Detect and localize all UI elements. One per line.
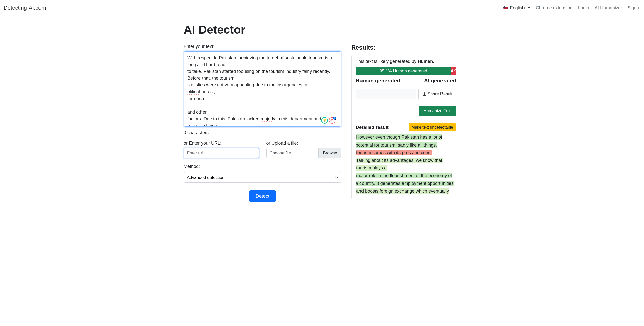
browse-button[interactable]: Browse [318,148,341,158]
text-input-label: Enter your text: [184,44,341,49]
plus-icon: + [333,117,336,120]
error-count-badge[interactable]: 61 + [329,117,335,124]
human-bar: 95.1% Human generated [356,67,451,75]
grammar-badge-group: 💡 61 + [321,117,335,124]
segment-human: Talking about its advantages, we know th… [356,158,443,163]
text-input[interactable]: With respect to Pakistan, achieving the … [184,51,341,127]
results-heading: Results: [351,44,460,51]
text-line: terrorism, [187,96,207,101]
text-line: statistics were not very appealing due t… [187,82,307,87]
humanize-text-button[interactable]: Humanize Text [419,106,456,116]
verdict-value: Human. [418,59,434,64]
file-upload-label: or Upload a file: [266,141,342,146]
url-label: or Enter your URL: [184,141,259,146]
nav-login[interactable]: Login [578,5,589,11]
character-count: 0 characters [184,130,341,135]
text-line: unrest, [200,89,215,94]
lightbulb-icon[interactable]: 💡 [321,117,328,124]
score-progress-bar: 95.1% Human generated 4.9 [356,67,456,75]
segment-human: and boosts foreign exchange which eventu… [356,188,449,194]
human-label: Human generated [356,78,400,84]
detect-button[interactable]: Detect [249,190,276,202]
share-icon [422,92,426,96]
file-input-group[interactable]: Choose file Browse [266,148,342,158]
human-bar-text: 95.1% Human generated [380,69,427,74]
detailed-result-body[interactable]: However even though Pakistan has a lot o… [356,133,456,195]
flag-icon [503,6,508,10]
text-line: factors. Due to this, Pakistan lacked [187,116,261,121]
text-line: to take. Pakistan started focusing on th… [187,69,330,81]
chevron-down-icon [528,7,530,9]
language-selector[interactable]: English [503,5,530,11]
language-label: English [510,5,525,11]
method-select[interactable]: Advanced detection [184,172,341,183]
segment-human: However even though Pakistan has a lot o… [356,134,442,148]
ai-bar-text: 4.9 [451,69,456,74]
share-button-label: Share Result [428,91,452,97]
segment-human: tourism plays a [356,165,387,171]
text-line: and other [187,110,207,115]
segment-ai: tourism comes with its pros and cons. [356,150,432,155]
spelling-error: olitical [187,89,200,94]
segment-human: major role in the flourishment of the ec… [356,173,454,186]
text-line: With respect to Pakistan, achieving the … [187,55,332,67]
nav-ai-humanizer[interactable]: AI Humanizer [595,5,622,11]
share-result-button[interactable]: Share Result [418,89,456,99]
file-placeholder: Choose file [267,148,319,158]
spelling-error: majorly [261,116,275,121]
make-undetectable-button[interactable]: Make text undetectable [409,123,456,131]
verdict-text: This text is likely generated by Human. [356,59,456,64]
detailed-result-heading: Detailed result [356,125,389,130]
method-label: Method: [184,164,341,169]
nav-chrome-extension[interactable]: Chrome extension [536,5,573,11]
nav-signup[interactable]: Sign u [628,5,640,11]
ai-label: AI generated [424,78,456,84]
share-url-input[interactable] [356,89,416,99]
page-title: AI Detector [184,23,460,36]
ai-bar: 4.9 [451,67,456,75]
verdict-prefix: This text is likely generated by [356,59,418,64]
results-card: This text is likely generated by Human. … [351,55,460,199]
brand-logo[interactable]: Detecting-AI.com [4,5,46,11]
url-input[interactable] [184,148,259,158]
